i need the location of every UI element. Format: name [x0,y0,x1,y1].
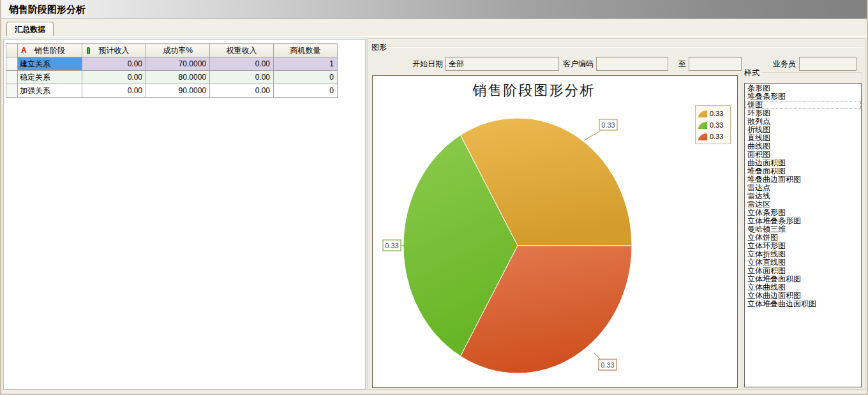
style-list-item[interactable]: 堆叠条形图 [745,93,861,101]
legend-label: 0.33 [710,133,723,140]
to-label: 至 [678,57,686,71]
col-header-expected-revenue[interactable]: 预计收入 [82,44,146,57]
table-row: 加强关系0.0090.00000.000 [6,84,338,98]
table-row: 建立关系0.0070.00000.001 [6,57,338,71]
table-row: 稳定关系0.0080.00000.000 [6,71,338,84]
salesperson-label: 业务员 [773,57,796,71]
legend-swatch-icon [698,133,707,140]
main-content: A 销售阶段 预计收入 成功率% 权重收入 商机数量 建立关系0.0070.00… [1,37,867,394]
callout-label: 0.33 [601,361,614,369]
row-indicator[interactable] [6,84,18,98]
app-window: 销售阶段图形分析 汇总数据 A 销售阶段 [0,0,868,395]
legend-label: 0.33 [710,121,723,129]
cell-value[interactable]: 0.00 [82,71,146,84]
legend-item: 0.33 [698,119,730,131]
page-title: 销售阶段图形分析 [9,4,86,16]
cell-value[interactable]: 1 [274,57,338,71]
style-group-label: 样式 [743,68,761,78]
callout-label: 0.33 [601,121,615,129]
salesperson-field[interactable] [799,57,857,71]
tab-summary-data[interactable]: 汇总数据 [6,22,54,37]
customer-code-field[interactable] [596,57,668,71]
cell-value[interactable]: 90.0000 [146,84,210,98]
col-header-stage[interactable]: A 销售阶段 [18,44,82,57]
chart-legend: 0.330.330.33 [695,105,731,144]
col-header-success-rate[interactable]: 成功率% [146,44,210,57]
cell-value[interactable]: 0 [274,84,338,98]
callout-line [584,131,601,140]
col-header-opportunity-count[interactable]: 商机数量 [274,44,338,57]
start-date-field[interactable]: 全部 [445,57,559,71]
legend-swatch-icon [698,122,707,129]
legend-swatch-icon [698,110,707,117]
customer-code-to-field[interactable] [689,57,742,71]
cell-value[interactable]: 0.00 [210,57,274,71]
summary-panel: A 销售阶段 预计收入 成功率% 权重收入 商机数量 建立关系0.0070.00… [3,39,366,390]
row-indicator[interactable] [6,71,18,84]
legend-item: 0.33 [698,131,730,142]
cell-stage[interactable]: 建立关系 [18,57,82,71]
chart-title: 销售阶段图形分析 [373,81,695,100]
legend-label: 0.33 [710,110,723,117]
cell-value[interactable]: 70.0000 [146,57,210,71]
col-header-weighted-revenue[interactable]: 权重收入 [210,44,274,57]
green-bar-icon [87,47,90,54]
cell-value[interactable]: 0.00 [210,84,274,98]
sort-a-icon: A [21,46,27,55]
cell-value[interactable]: 0 [274,71,338,84]
legend-item: 0.33 [698,108,730,119]
graph-panel: 图形 开始日期 全部 客户编码 至 业务员 0.330.330.33 销售阶段图… [367,38,865,390]
corner-header [6,44,18,57]
cell-stage[interactable]: 稳定关系 [18,71,82,84]
cell-value[interactable]: 0.00 [82,84,146,98]
summary-table: A 销售阶段 预计收入 成功率% 权重收入 商机数量 建立关系0.0070.00… [6,43,338,98]
style-list: 条形图堆叠条形图饼图环形图散列点折线图直线图曲线图面积图曲边面积图堆叠面积图堆叠… [744,83,862,387]
tab-label: 汇总数据 [15,25,45,34]
tab-strip: 汇总数据 [1,19,867,37]
start-date-label: 开始日期 [412,57,443,71]
cell-value[interactable]: 0.00 [210,71,274,84]
customer-code-label: 客户编码 [563,57,594,71]
chart-area: 0.330.330.33 销售阶段图形分析 0.330.330.33 [372,75,738,388]
style-list-item[interactable]: 立体堆叠曲边面积图 [745,300,861,308]
cell-stage[interactable]: 加强关系 [18,84,82,98]
cell-value[interactable]: 80.0000 [146,71,210,84]
title-bar: 销售阶段图形分析 [1,0,867,19]
graph-group-border [389,47,864,48]
graph-group-label: 图形 [370,42,388,53]
row-indicator[interactable] [6,57,18,71]
pie-chart: 0.330.330.33 [373,76,737,387]
callout-label: 0.33 [385,242,398,250]
cell-value[interactable]: 0.00 [82,57,146,71]
